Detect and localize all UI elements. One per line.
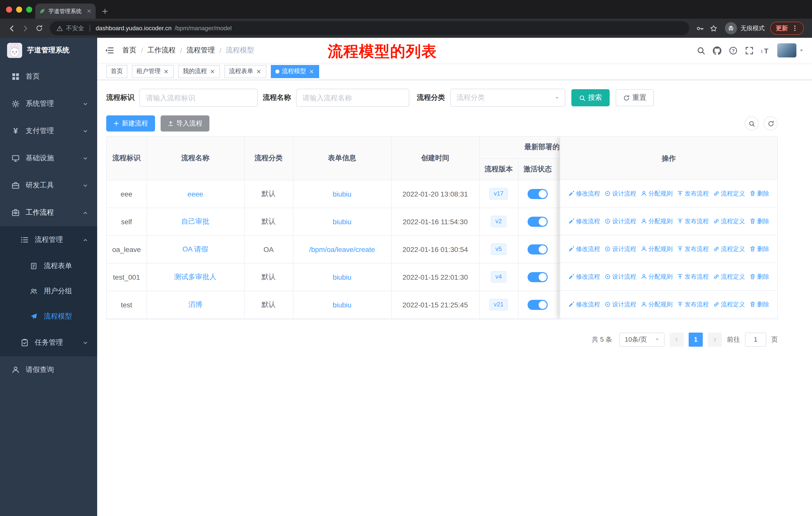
- action-edit-link[interactable]: 修改流程: [568, 217, 600, 225]
- process-name-link[interactable]: eeee: [187, 190, 203, 198]
- form-info-link[interactable]: biubiu: [333, 301, 352, 309]
- toggle-search-button[interactable]: [745, 116, 759, 131]
- tab-tenant-management[interactable]: 租户管理: [132, 65, 174, 78]
- action-delete-link[interactable]: 删除: [750, 217, 769, 225]
- active-status-toggle[interactable]: [528, 189, 548, 199]
- process-name-input[interactable]: [296, 89, 409, 107]
- sidebar-item-process-model[interactable]: 流程模型: [0, 304, 97, 329]
- tab-home[interactable]: 首页: [106, 65, 127, 78]
- sidebar-item-system-management[interactable]: 系统管理: [0, 90, 97, 117]
- sidebar-item-workflow[interactable]: 工作流程: [0, 199, 97, 226]
- close-icon[interactable]: [256, 68, 262, 74]
- action-design-link[interactable]: 设计流程: [605, 245, 636, 253]
- action-publish-link[interactable]: 发布流程: [677, 245, 709, 253]
- close-icon[interactable]: [209, 68, 215, 74]
- action-design-link[interactable]: 设计流程: [605, 272, 636, 281]
- tab-my-process[interactable]: 我的流程: [178, 65, 220, 78]
- action-delete-link[interactable]: 删除: [750, 272, 769, 281]
- close-icon[interactable]: [309, 68, 315, 74]
- active-status-toggle[interactable]: [528, 272, 548, 282]
- action-publish-link[interactable]: 发布流程: [677, 217, 709, 225]
- process-name-link[interactable]: 自己审批: [181, 217, 209, 225]
- sidebar-item-user-group[interactable]: 用户分组: [0, 279, 97, 304]
- action-edit-link[interactable]: 修改流程: [568, 272, 600, 281]
- action-definition-link[interactable]: 流程定义: [713, 217, 745, 225]
- user-menu[interactable]: [777, 43, 804, 57]
- action-edit-link[interactable]: 修改流程: [568, 245, 600, 253]
- password-key-icon[interactable]: [693, 21, 707, 35]
- process-name-link[interactable]: OA 请假: [182, 245, 208, 253]
- goto-page-input[interactable]: [745, 332, 766, 347]
- reload-button[interactable]: [32, 21, 46, 35]
- form-info-link[interactable]: biubiu: [333, 190, 352, 198]
- sidebar-item-leave-query[interactable]: 请假查询: [0, 356, 97, 383]
- fontsize-icon[interactable]: tT: [761, 46, 770, 55]
- reset-button[interactable]: 重置: [616, 89, 654, 106]
- browser-update-button[interactable]: 更新: [770, 22, 804, 35]
- process-name-link[interactable]: 滔博: [188, 300, 202, 308]
- action-delete-link[interactable]: 删除: [750, 300, 769, 309]
- process-name-link[interactable]: 测试多审批人: [174, 272, 216, 280]
- fullscreen-icon[interactable]: [745, 46, 754, 55]
- tab-close-icon[interactable]: [87, 8, 92, 13]
- action-edit-link[interactable]: 修改流程: [568, 189, 600, 198]
- sidebar-item-task-management[interactable]: 任务管理: [0, 329, 97, 356]
- breadcrumb-process-management[interactable]: 流程管理: [187, 46, 215, 55]
- sidebar-item-infrastructure[interactable]: 基础设施: [0, 145, 97, 172]
- back-button[interactable]: [5, 21, 19, 35]
- sidebar-item-process-management[interactable]: 流程管理: [0, 226, 97, 253]
- category-select[interactable]: 流程分类: [450, 89, 565, 107]
- active-status-toggle[interactable]: [528, 244, 548, 254]
- window-minimize-button[interactable]: [16, 6, 22, 12]
- browser-menu-icon[interactable]: [791, 25, 799, 32]
- sidebar-toggle-icon[interactable]: [105, 46, 114, 55]
- tab-process-form[interactable]: 流程表单: [225, 65, 266, 78]
- active-status-toggle[interactable]: [528, 216, 548, 226]
- action-design-link[interactable]: 设计流程: [605, 217, 636, 225]
- new-tab-button[interactable]: [102, 8, 108, 15]
- breadcrumb-home[interactable]: 首页: [122, 46, 137, 55]
- action-definition-link[interactable]: 流程定义: [713, 272, 745, 281]
- form-info-link[interactable]: /bpm/oa/leave/create: [309, 245, 375, 253]
- breadcrumb-workflow[interactable]: 工作流程: [147, 46, 176, 55]
- form-info-link[interactable]: biubiu: [333, 217, 352, 225]
- forward-button[interactable]: [19, 21, 32, 35]
- action-definition-link[interactable]: 流程定义: [713, 245, 745, 253]
- sidebar-item-dev-tools[interactable]: 研发工具: [0, 172, 97, 199]
- action-definition-link[interactable]: 流程定义: [713, 189, 745, 198]
- action-assign-link[interactable]: 分配规则: [641, 245, 672, 253]
- action-assign-link[interactable]: 分配规则: [641, 189, 672, 198]
- help-icon[interactable]: ?: [729, 46, 737, 55]
- search-icon[interactable]: [697, 46, 705, 55]
- action-publish-link[interactable]: 发布流程: [677, 189, 709, 198]
- github-icon[interactable]: [713, 46, 721, 55]
- action-edit-link[interactable]: 修改流程: [568, 300, 600, 309]
- sidebar-item-process-form[interactable]: 流程表单: [0, 253, 97, 279]
- action-delete-link[interactable]: 删除: [750, 189, 769, 198]
- tab-process-model[interactable]: 流程模型: [271, 65, 319, 78]
- action-delete-link[interactable]: 删除: [750, 245, 769, 253]
- active-status-toggle[interactable]: [528, 300, 548, 310]
- current-page[interactable]: 1: [689, 332, 703, 347]
- search-button[interactable]: 搜索: [571, 89, 610, 106]
- window-close-button[interactable]: [6, 6, 12, 12]
- prev-page-button[interactable]: [670, 332, 684, 347]
- create-process-button[interactable]: 新建流程: [106, 115, 155, 132]
- process-key-input[interactable]: [140, 89, 258, 107]
- address-bar[interactable]: 不安全 dashboard.yudao.iocoder.cn/bpm/manag…: [50, 21, 689, 35]
- action-assign-link[interactable]: 分配规则: [641, 272, 672, 281]
- window-zoom-button[interactable]: [26, 6, 32, 12]
- browser-tab[interactable]: 芋道管理系统: [35, 3, 96, 19]
- page-size-select[interactable]: 10条/页: [619, 332, 665, 347]
- action-publish-link[interactable]: 发布流程: [677, 300, 709, 309]
- sidebar-item-home[interactable]: 首页: [0, 63, 97, 90]
- action-design-link[interactable]: 设计流程: [605, 189, 636, 198]
- action-design-link[interactable]: 设计流程: [605, 300, 636, 309]
- close-icon[interactable]: [163, 68, 169, 74]
- sidebar-item-payment-management[interactable]: ¥支付管理: [0, 117, 97, 145]
- next-page-button[interactable]: [708, 332, 722, 347]
- action-assign-link[interactable]: 分配规则: [641, 300, 672, 309]
- action-assign-link[interactable]: 分配规则: [641, 217, 672, 225]
- form-info-link[interactable]: biubiu: [333, 273, 352, 281]
- action-publish-link[interactable]: 发布流程: [677, 272, 709, 281]
